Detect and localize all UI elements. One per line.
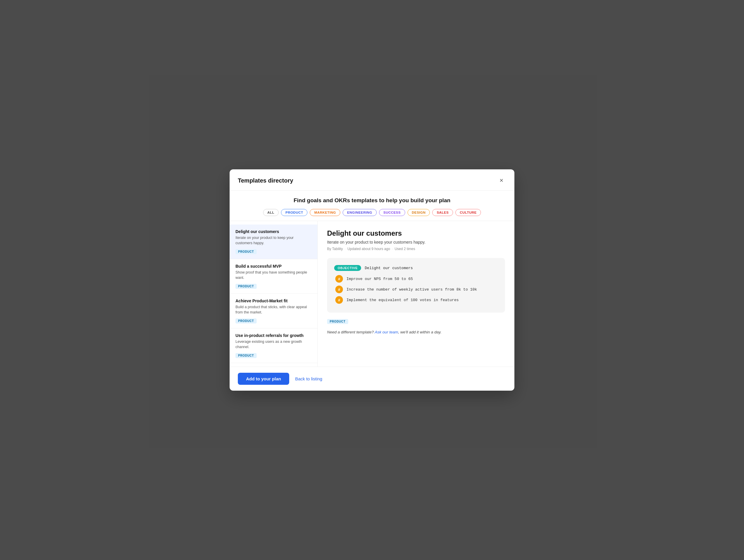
- modal-footer: Add to your plan Back to listing: [230, 367, 514, 391]
- kr-text: Improve our NPS from 50 to 65: [346, 277, 413, 281]
- filter-tabs: ALLPRODUCTMARKETINGENGINEERINGSUCCESSDES…: [238, 209, 506, 216]
- detail-meta-updated: Updated about 9 hours ago: [347, 247, 390, 251]
- template-item[interactable]: Use in-product referrals for growth Leve…: [230, 328, 318, 363]
- template-item-title: Delight our customers: [235, 229, 311, 234]
- template-item-badge: PRODUCT: [235, 249, 257, 254]
- kr-text: Implement the equivalent of 100 votes in…: [346, 298, 459, 302]
- back-to-listing-link[interactable]: Back to listing: [295, 376, 322, 381]
- search-header: Find goals and OKRs templates to help yo…: [230, 191, 514, 221]
- kr-badge: #: [335, 286, 343, 293]
- filter-tab-design[interactable]: DESIGN: [408, 209, 430, 216]
- template-detail: Delight our customers Iterate on your pr…: [318, 221, 514, 367]
- kr-badge: #: [335, 275, 343, 283]
- search-headline: Find goals and OKRs templates to help yo…: [238, 197, 506, 204]
- template-item-title: Achieve Product-Market fit: [235, 298, 311, 303]
- note-text: Need a different template?: [327, 330, 374, 334]
- detail-note: Need a different template? Ask our team,…: [327, 330, 505, 334]
- template-item[interactable]: Delight our customers Iterate on your pr…: [230, 225, 318, 259]
- filter-tab-marketing[interactable]: MARKETING: [310, 209, 340, 216]
- template-item-desc: Iterate on your product to keep your cus…: [235, 235, 311, 246]
- modal-title: Templates directory: [238, 177, 293, 184]
- add-to-plan-button[interactable]: Add to your plan: [238, 373, 289, 385]
- template-item-title: Use in-product referrals for growth: [235, 333, 311, 338]
- template-item-desc: Show proof that you have something peopl…: [235, 270, 311, 280]
- objective-badge: OBJECTIVE: [334, 265, 361, 271]
- modal-body: Delight our customers Iterate on your pr…: [230, 221, 514, 367]
- detail-product-badge: PRODUCT: [327, 319, 348, 324]
- kr-row: # Implement the equivalent of 100 votes …: [334, 296, 498, 304]
- modal-overlay[interactable]: Templates directory × Find goals and OKR…: [0, 0, 744, 560]
- close-button[interactable]: ×: [497, 176, 506, 185]
- meta-dot-2: ·: [392, 247, 393, 251]
- objective-text: Delight our customers: [365, 266, 413, 270]
- objective-box: OBJECTIVE Delight our customers # Improv…: [327, 258, 505, 313]
- kr-row: # Increase the number of weekly active u…: [334, 286, 498, 293]
- template-item-badge: PRODUCT: [235, 284, 257, 289]
- template-item[interactable]: Achieve Product-Market fit Build a produ…: [230, 294, 318, 328]
- templates-list: Delight our customers Iterate on your pr…: [230, 221, 318, 367]
- kr-text: Increase the number of weekly active use…: [346, 287, 477, 292]
- kr-badge: #: [335, 296, 343, 304]
- filter-tab-culture[interactable]: CULTURE: [455, 209, 481, 216]
- template-item-desc: Leverage existing users as a new growth …: [235, 339, 311, 350]
- filter-tab-success[interactable]: SUCCESS: [379, 209, 405, 216]
- filter-tab-sales[interactable]: SALES: [432, 209, 453, 216]
- modal-header: Templates directory ×: [230, 169, 514, 191]
- template-item-desc: Build a product that sticks, with clear …: [235, 305, 311, 315]
- kr-row: # Improve our NPS from 50 to 65: [334, 275, 498, 283]
- detail-meta-by: By Tability: [327, 247, 343, 251]
- filter-tab-engineering[interactable]: ENGINEERING: [343, 209, 377, 216]
- filter-tab-all[interactable]: ALL: [263, 209, 279, 216]
- detail-subtitle: Iterate on your product to keep your cus…: [327, 240, 505, 244]
- objective-row: OBJECTIVE Delight our customers: [334, 265, 498, 271]
- detail-title: Delight our customers: [327, 229, 505, 237]
- template-item[interactable]: Build a successful MVP Show proof that y…: [230, 259, 318, 294]
- ask-link[interactable]: Ask our team: [375, 330, 398, 334]
- template-item-badge: PRODUCT: [235, 318, 257, 323]
- template-item-badge: PRODUCT: [235, 353, 257, 358]
- meta-dot-1: ·: [345, 247, 345, 251]
- detail-badge-area: PRODUCT: [327, 318, 505, 324]
- filter-tab-product[interactable]: PRODUCT: [281, 209, 307, 216]
- detail-meta-used: Used 2 times: [395, 247, 415, 251]
- note-suffix: , we'll add it within a day.: [398, 330, 442, 334]
- template-item-title: Build a successful MVP: [235, 264, 311, 269]
- templates-directory-modal: Templates directory × Find goals and OKR…: [230, 169, 514, 391]
- detail-meta: By Tability · Updated about 9 hours ago …: [327, 247, 505, 251]
